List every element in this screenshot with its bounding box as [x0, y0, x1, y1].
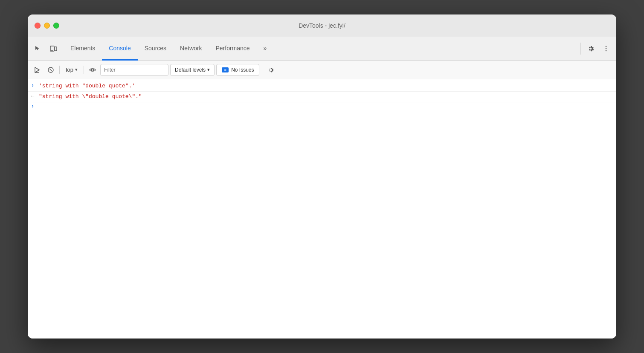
tab-more[interactable]: » [257, 37, 274, 61]
maximize-button[interactable] [53, 23, 59, 29]
context-selector[interactable]: top ▾ [62, 65, 81, 75]
console-divider-3 [262, 66, 262, 74]
svg-point-5 [606, 50, 607, 51]
tab-bar: Elements Console Sources Network Perform… [64, 37, 575, 60]
tab-network[interactable]: Network [173, 37, 209, 61]
more-options-icon [602, 45, 610, 52]
toolbar-divider [580, 43, 580, 55]
device-toolbar-icon [49, 45, 57, 52]
entry-text-1: 'string with "double quote".' [39, 82, 135, 90]
gear-icon [587, 45, 595, 52]
execute-script-button[interactable] [31, 64, 43, 76]
tab-performance[interactable]: Performance [209, 37, 256, 61]
console-settings-button[interactable] [265, 64, 277, 76]
console-cursor-arrow[interactable]: › [31, 104, 34, 110]
console-cursor-line[interactable]: › [28, 102, 616, 111]
no-issues-icon: ≡ [222, 67, 229, 72]
default-levels-arrow: ▾ [207, 67, 210, 72]
default-levels-label: Default levels [175, 67, 206, 73]
titlebar: DevTools - jec.fyi/ [28, 14, 616, 37]
toolbar-icons [31, 37, 60, 60]
devtools-window: DevTools - jec.fyi/ Elements [28, 14, 616, 339]
traffic-lights [35, 23, 59, 29]
more-options-button[interactable] [599, 42, 613, 55]
console-output: › 'string with "double quote".' ← "strin… [28, 79, 616, 339]
svg-rect-1 [55, 47, 57, 51]
tab-console[interactable]: Console [102, 37, 137, 61]
window-title: DevTools - jec.fyi/ [299, 22, 345, 29]
tab-elements[interactable]: Elements [64, 37, 102, 61]
inspector-button[interactable] [31, 42, 45, 55]
svg-marker-6 [35, 67, 39, 72]
entry-return-arrow-2: ← [31, 93, 36, 100]
close-button[interactable] [35, 23, 41, 29]
context-dropdown-arrow: ▾ [75, 67, 78, 72]
device-toolbar-button[interactable] [46, 42, 60, 55]
filter-input[interactable] [100, 64, 168, 76]
main-toolbar: Elements Console Sources Network Perform… [28, 37, 616, 61]
tab-sources[interactable]: Sources [138, 37, 173, 61]
default-levels-button[interactable]: Default levels ▾ [170, 64, 215, 76]
svg-point-4 [606, 48, 607, 49]
settings-button[interactable] [584, 42, 598, 55]
settings-icon [267, 67, 274, 73]
console-divider-1 [59, 66, 60, 74]
entry-text-2: "string with \"double quote\"." [39, 93, 142, 101]
toolbar-right [578, 37, 613, 60]
svg-line-9 [49, 69, 52, 71]
clear-icon [47, 67, 54, 73]
no-issues-button[interactable]: ≡ No Issues [216, 64, 259, 76]
console-divider-2 [84, 66, 84, 74]
live-expressions-button[interactable] [87, 64, 99, 76]
eye-icon [89, 67, 96, 73]
inspector-icon [34, 45, 42, 52]
svg-point-10 [92, 69, 94, 71]
console-entry-1[interactable]: › 'string with "double quote".' [28, 81, 616, 92]
context-value: top [66, 67, 73, 73]
console-entry-2[interactable]: ← "string with \"double quote\"." [28, 92, 616, 102]
console-toolbar: top ▾ Default levels ▾ ≡ No Issues [28, 61, 616, 79]
svg-point-3 [606, 46, 607, 47]
clear-console-button[interactable] [45, 64, 57, 76]
play-icon [34, 67, 40, 73]
minimize-button[interactable] [44, 23, 50, 29]
no-issues-label: No Issues [231, 67, 254, 73]
entry-expand-arrow-1[interactable]: › [31, 82, 36, 90]
